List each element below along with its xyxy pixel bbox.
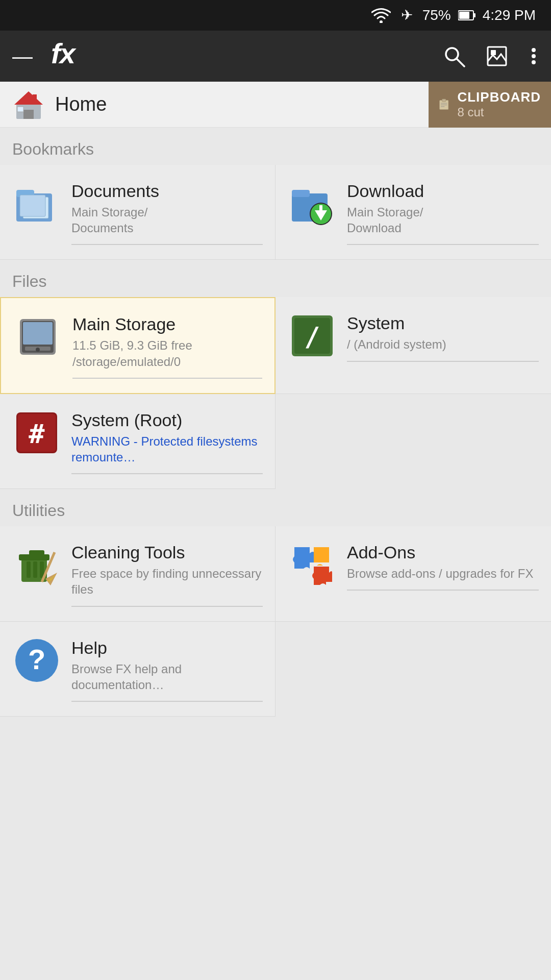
battery-icon xyxy=(458,10,475,21)
home-row[interactable]: Home CLIPBOARD 8 cut xyxy=(0,82,551,128)
clipboard-section[interactable]: CLIPBOARD 8 cut xyxy=(429,82,551,128)
files-grid: Main Storage 11.5 GiB, 9.3 GiB free/stor… xyxy=(0,297,551,489)
bookmarks-grid: Documents Main Storage/Documents Downloa… xyxy=(0,165,551,260)
list-item[interactable]: Documents Main Storage/Documents xyxy=(0,165,276,260)
home-label: Home xyxy=(55,93,107,115)
download-item-text: Download Main Storage/Download xyxy=(347,179,539,245)
addons-title: Add-Ons xyxy=(347,543,539,562)
svg-text:?: ? xyxy=(28,643,45,675)
svg-point-0 xyxy=(380,20,383,23)
svg-point-12 xyxy=(532,60,536,64)
documents-icon xyxy=(12,179,61,228)
download-subtitle: Main Storage/Download xyxy=(347,204,539,236)
svg-rect-4 xyxy=(459,12,469,19)
svg-text:#: # xyxy=(29,419,45,449)
download-title: Download xyxy=(347,181,539,201)
svg-rect-35 xyxy=(319,205,322,213)
list-item[interactable]: Cleaning Tools Free space by finding unn… xyxy=(0,526,276,621)
clipboard-subtitle: 8 cut xyxy=(457,105,541,119)
help-icon: ? xyxy=(12,636,61,685)
svg-rect-9 xyxy=(491,50,496,55)
clipboard-text: CLIPBOARD 8 cut xyxy=(457,89,541,119)
system-root-icon: # xyxy=(12,408,61,457)
svg-rect-17 xyxy=(33,94,37,102)
system-root-title: System (Root) xyxy=(71,410,263,430)
bookmarks-section-header: Bookmarks xyxy=(0,128,551,165)
cleaning-tools-item-text: Cleaning Tools Free space by finding unn… xyxy=(71,541,263,606)
help-item-text: Help Browse FX help and documentation… xyxy=(71,636,263,702)
system-title: System xyxy=(347,313,539,333)
app-toolbar: — fx xyxy=(0,31,551,82)
app-logo: fx xyxy=(47,35,433,77)
system-root-item-text: System (Root) WARNING - Protected filesy… xyxy=(71,408,263,474)
system-root-subtitle: WARNING - Protected filesystems remounte… xyxy=(71,433,263,465)
home-section[interactable]: Home xyxy=(0,88,429,121)
battery-percent: 75% xyxy=(422,7,451,23)
addons-subtitle: Browse add-ons / upgrades for FX xyxy=(347,566,539,581)
list-item[interactable]: Main Storage 11.5 GiB, 9.3 GiB free/stor… xyxy=(0,297,276,394)
svg-text:/: / xyxy=(304,322,320,352)
more-menu-icon[interactable] xyxy=(529,45,539,67)
svg-rect-15 xyxy=(23,110,34,119)
svg-rect-50 xyxy=(27,561,31,578)
help-title: Help xyxy=(71,638,263,658)
clipboard-icon xyxy=(439,90,449,118)
main-storage-subtitle: 11.5 GiB, 9.3 GiB free/storage/emulated/… xyxy=(72,337,262,369)
list-item[interactable]: Add-Ons Browse add-ons / upgrades for FX xyxy=(276,526,551,621)
svg-rect-49 xyxy=(29,550,44,555)
svg-rect-31 xyxy=(292,190,310,197)
cleaning-tools-icon xyxy=(12,541,61,590)
addons-item-text: Add-Ons Browse add-ons / upgrades for FX xyxy=(347,541,539,591)
status-icons: ✈ 75% 4:29 PM xyxy=(371,7,536,24)
main-storage-title: Main Storage xyxy=(72,314,262,334)
toolbar-actions xyxy=(443,45,539,67)
list-item[interactable]: Download Main Storage/Download xyxy=(276,165,551,260)
svg-rect-3 xyxy=(473,13,475,17)
clipboard-title: CLIPBOARD xyxy=(457,89,541,105)
svg-rect-29 xyxy=(20,195,45,216)
gallery-icon[interactable] xyxy=(486,45,508,67)
addons-icon xyxy=(288,541,337,590)
search-icon[interactable] xyxy=(443,45,465,67)
documents-subtitle: Main Storage/Documents xyxy=(71,204,263,236)
cleaning-tools-title: Cleaning Tools xyxy=(71,543,263,562)
airplane-icon: ✈ xyxy=(398,7,415,24)
documents-title: Documents xyxy=(71,181,263,201)
svg-point-40 xyxy=(36,348,40,352)
svg-text:fx: fx xyxy=(51,37,77,69)
list-item[interactable]: / System / (Android system) xyxy=(276,297,551,394)
system-icon: / xyxy=(288,311,337,360)
svg-marker-14 xyxy=(14,91,43,105)
system-item-text: System / (Android system) xyxy=(347,311,539,361)
utilities-grid: Cleaning Tools Free space by finding unn… xyxy=(0,526,551,717)
hamburger-icon[interactable]: — xyxy=(12,45,33,68)
svg-line-7 xyxy=(457,59,464,66)
home-icon xyxy=(12,88,45,121)
svg-rect-38 xyxy=(23,322,53,345)
files-section-header: Files xyxy=(0,260,551,297)
svg-text:✈: ✈ xyxy=(400,7,412,23)
svg-point-11 xyxy=(532,54,536,58)
wifi-icon xyxy=(371,8,391,23)
utilities-section-header: Utilities xyxy=(0,489,551,526)
download-icon xyxy=(288,179,337,228)
system-subtitle: / (Android system) xyxy=(347,336,539,352)
svg-point-10 xyxy=(532,48,536,52)
list-item[interactable]: ? Help Browse FX help and documentation… xyxy=(0,622,276,717)
help-subtitle: Browse FX help and documentation… xyxy=(71,661,263,693)
main-storage-icon xyxy=(13,312,62,361)
main-storage-item-text: Main Storage 11.5 GiB, 9.3 GiB free/stor… xyxy=(72,312,262,378)
time-display: 4:29 PM xyxy=(483,7,536,23)
svg-rect-19 xyxy=(442,99,446,102)
svg-rect-51 xyxy=(33,561,37,578)
list-item[interactable]: # System (Root) WARNING - Protected file… xyxy=(0,394,276,489)
cleaning-tools-subtitle: Free space by finding unnecessary files xyxy=(71,566,263,597)
svg-rect-16 xyxy=(17,107,23,112)
documents-item-text: Documents Main Storage/Documents xyxy=(71,179,263,245)
status-bar: ✈ 75% 4:29 PM xyxy=(0,0,551,31)
